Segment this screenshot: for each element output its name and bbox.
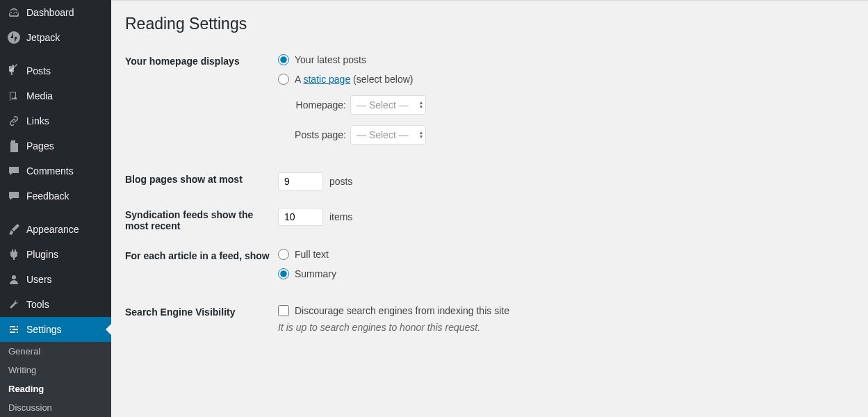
submenu-item-general[interactable]: General [0,342,111,361]
sev-checkbox-option[interactable]: Discourage search engines from indexing … [278,305,854,316]
sev-description: It is up to search engines to honor this… [278,322,854,333]
radio-full-text-input[interactable] [278,249,289,260]
pin-icon [7,64,21,78]
radio-full-text[interactable]: Full text [278,249,854,260]
submenu-item-writing[interactable]: Writing [0,361,111,379]
syndication-label: Syndication feeds show the most recent [125,208,278,231]
radio-latest-posts-label: Your latest posts [295,54,366,65]
brush-icon [7,222,21,236]
sidebar-item-label: Plugins [26,249,58,260]
submenu-item-discussion[interactable]: Discussion [0,398,111,417]
sidebar-item-feedback[interactable]: Feedback [0,183,111,208]
sidebar-item-links[interactable]: Links [0,108,111,133]
blog-pages-label: Blog pages show at most [125,172,278,190]
blog-pages-input[interactable] [278,172,323,190]
blog-pages-suffix: posts [329,176,352,187]
sidebar-item-media[interactable]: Media [0,83,111,108]
posts-page-select[interactable]: — Select — [350,125,426,145]
sidebar-item-jetpack[interactable]: Jetpack [0,25,111,50]
sidebar-item-label: Settings [26,324,62,335]
sidebar-item-label: Feedback [26,190,69,202]
posts-page-select-label: Posts page: [290,129,346,140]
media-icon [7,89,21,103]
sidebar-item-label: Comments [26,165,74,177]
syndication-suffix: items [329,211,352,222]
jetpack-icon [7,31,21,44]
radio-static-page-input[interactable] [278,74,289,85]
radio-latest-posts-input[interactable] [278,54,289,65]
feedback-icon [7,189,21,203]
user-icon [7,272,21,286]
settings-submenu: General Writing Reading Discussion [0,342,111,417]
svg-point-0 [8,31,20,44]
sidebar-item-label: Links [26,115,49,126]
sidebar-item-label: Media [26,90,53,101]
sidebar-item-label: Dashboard [26,7,74,18]
sidebar-item-comments[interactable]: Comments [0,158,111,183]
homepage-select-label: Homepage: [290,99,346,111]
radio-latest-posts[interactable]: Your latest posts [278,54,854,65]
homepage-displays-label: Your homepage displays [125,54,278,155]
link-icon [7,114,21,128]
comment-icon [7,164,21,178]
radio-summary-input[interactable] [278,268,289,279]
sidebar-item-label: Users [26,274,52,285]
main-content: Reading Settings Your homepage displays … [111,0,868,417]
sidebar-item-label: Pages [26,140,54,152]
submenu-item-reading[interactable]: Reading [0,379,111,398]
sidebar-item-tools[interactable]: Tools [0,292,111,317]
sev-label: Search Engine Visibility [125,305,278,333]
radio-full-text-label: Full text [295,249,329,260]
radio-summary[interactable]: Summary [278,268,854,279]
sidebar-item-label: Appearance [26,224,79,235]
radio-summary-label: Summary [295,268,336,279]
sev-checkbox-label: Discourage search engines from indexing … [295,305,509,316]
dashboard-icon [7,6,21,19]
sidebar-item-label: Posts [26,65,51,76]
sidebar: Dashboard Jetpack Posts Media Links [0,0,111,417]
settings-icon [7,322,21,336]
radio-static-page-suffix: (select below) [350,74,413,85]
plugin-icon [7,247,21,261]
article-feed-label: For each article in a feed, show [125,249,278,288]
sidebar-item-posts[interactable]: Posts [0,58,111,83]
syndication-input[interactable] [278,208,323,226]
sidebar-item-label: Tools [26,299,49,310]
radio-static-page[interactable]: A static page (select below) [278,74,854,85]
svg-point-1 [12,275,16,279]
sidebar-item-label: Jetpack [26,32,60,43]
homepage-select[interactable]: — Select — [350,95,426,115]
sidebar-item-users[interactable]: Users [0,267,111,292]
sidebar-item-plugins[interactable]: Plugins [0,242,111,267]
sidebar-item-pages[interactable]: Pages [0,133,111,158]
sev-checkbox-input[interactable] [278,305,289,316]
page-icon [7,139,21,153]
static-page-link[interactable]: static page [303,74,350,85]
page-title: Reading Settings [125,15,854,33]
wrench-icon [7,297,21,311]
sidebar-item-settings[interactable]: Settings [0,317,111,342]
sidebar-item-appearance[interactable]: Appearance [0,217,111,242]
radio-static-page-prefix: A [295,74,303,85]
sidebar-item-dashboard[interactable]: Dashboard [0,0,111,25]
